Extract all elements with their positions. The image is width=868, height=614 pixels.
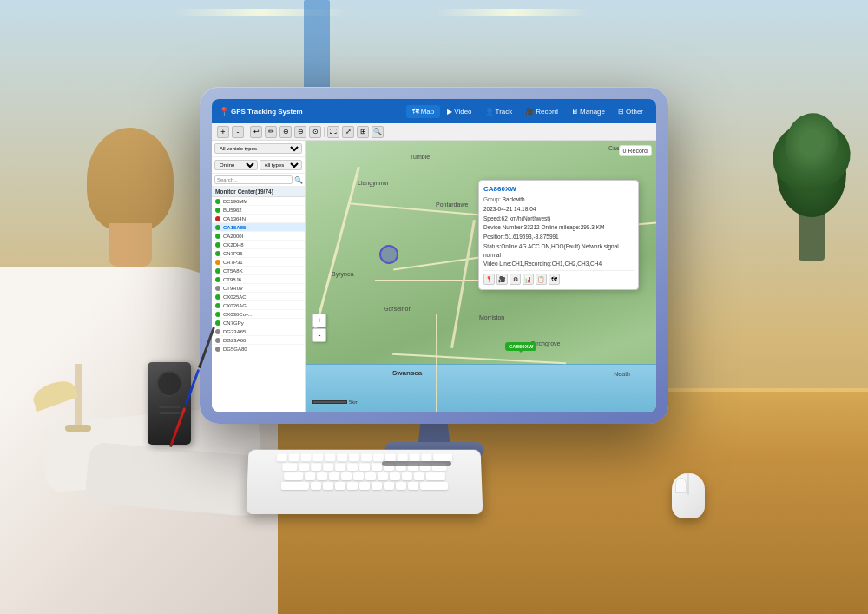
tab-video[interactable]: ▶ Video: [441, 105, 477, 118]
label-neath: Neath: [614, 371, 630, 377]
key: [361, 454, 372, 462]
key: [300, 454, 311, 462]
list-item[interactable]: CT98J6: [212, 275, 305, 284]
popup-action-5[interactable]: 📋: [536, 274, 547, 285]
key: [365, 472, 376, 480]
search-map-btn[interactable]: 🔍: [372, 126, 384, 138]
status-dot-green: [215, 277, 220, 282]
tab-track[interactable]: 👤 Track: [479, 105, 519, 118]
key-caps: [284, 472, 303, 480]
status-dot-green: [215, 303, 220, 308]
list-item[interactable]: DG5GA80: [212, 345, 305, 353]
key: [325, 454, 335, 462]
list-item[interactable]: DG23A66: [212, 336, 305, 345]
remove-btn[interactable]: ⊖: [294, 126, 306, 138]
map-icon: 🗺: [412, 108, 419, 116]
list-item[interactable]: CX036Cov...: [212, 310, 305, 319]
list-item[interactable]: BC196MM: [212, 197, 305, 206]
key: [372, 463, 382, 471]
tab-other[interactable]: ⊞ Other: [612, 105, 649, 118]
vehicle-type-filter[interactable]: All vehicle types: [214, 143, 302, 154]
key: [277, 454, 287, 462]
list-item[interactable]: CN7GPy: [212, 319, 305, 327]
status-dot-green: [215, 208, 220, 213]
tab-manage[interactable]: 🖥 Manage: [565, 105, 611, 118]
list-item[interactable]: CT5A8K: [212, 267, 305, 275]
list-item-selected[interactable]: CA15A85: [212, 223, 305, 232]
key: [312, 454, 323, 462]
add-btn[interactable]: ⊕: [279, 126, 292, 138]
grid-btn[interactable]: ⛶: [327, 126, 339, 138]
undo-btn[interactable]: ↩: [250, 126, 262, 138]
popup-action-2[interactable]: 🎥: [496, 274, 508, 285]
key: [402, 472, 412, 480]
list-item[interactable]: CN7P35: [212, 249, 305, 258]
list-item[interactable]: CK2DH8: [212, 241, 305, 249]
label-pontardawe: Pontardawe: [436, 201, 468, 208]
status-dot-green: [215, 225, 220, 230]
list-item[interactable]: CX026AG: [212, 301, 305, 310]
key: [396, 482, 406, 490]
list-item[interactable]: CX025AC: [212, 293, 305, 301]
status-dot-green: [215, 294, 220, 300]
key: [347, 463, 358, 471]
key: [359, 482, 370, 490]
popup-position: Position:51.619693,-3.875991: [483, 233, 634, 241]
tab-map[interactable]: 🗺 Map: [406, 105, 441, 118]
sub-toolbar: + - ↩ ✏ ⊕ ⊖ ⊙ ⛶ ⤢ ⊞ 🔍: [212, 123, 656, 141]
list-item[interactable]: CA1364N: [212, 215, 305, 223]
popup-group: Group: Backwith: [483, 195, 634, 204]
key-tab: [282, 463, 297, 471]
app-logo: 📍 GPS Tracking System: [219, 107, 303, 116]
search-row: 🔍: [212, 174, 305, 187]
key: [390, 472, 400, 480]
popup-device: Device Number:33212 Online mileage:299.3…: [483, 223, 634, 232]
label-morriston: Morriston: [479, 314, 504, 320]
circle-btn[interactable]: ⊙: [309, 126, 321, 138]
expand-btn[interactable]: ⤢: [342, 126, 354, 138]
list-item[interactable]: CA2000I: [212, 232, 305, 241]
popup-action-1[interactable]: 📍: [483, 274, 495, 285]
track-icon: 👤: [485, 108, 494, 116]
map-zoom-in[interactable]: +: [312, 314, 326, 327]
zoom-out-btn[interactable]: -: [232, 126, 244, 138]
search-icon[interactable]: 🔍: [294, 176, 303, 184]
key-row-3: [252, 472, 477, 480]
map-area[interactable]: Tumble Llangynnwr Pontardawe Byrynea Gor…: [306, 141, 656, 412]
list-item[interactable]: CR7P31: [212, 258, 305, 267]
zoom-in-btn[interactable]: +: [217, 126, 229, 138]
popup-time: 2023-04-21 14:18:04: [483, 205, 634, 214]
status-dot-red: [215, 216, 220, 221]
type-filter[interactable]: All types: [260, 160, 303, 170]
popup-action-6[interactable]: 🗺: [549, 274, 560, 285]
key: [372, 482, 382, 490]
key-row-4: [252, 482, 478, 490]
keyboard[interactable]: [247, 450, 483, 514]
popup-action-4[interactable]: 📊: [523, 274, 534, 285]
cable: [382, 461, 451, 466]
main-content: All vehicle types Online All types 🔍: [212, 141, 656, 412]
vehicle-list[interactable]: BC196MM BU5962 CA1364N CA15A85: [212, 197, 305, 412]
draw-btn[interactable]: ✏: [265, 126, 277, 138]
plant-right: [773, 69, 851, 261]
vehicle-map-marker[interactable]: CA860XW: [505, 342, 536, 351]
popup-actions: 📍 🎥 ⚙ 📊 📋 🗺: [483, 270, 634, 285]
label-swansea: Swansea: [392, 369, 422, 377]
separator-2: [324, 127, 325, 137]
map-zoom-out[interactable]: -: [312, 328, 326, 342]
status-filter[interactable]: Online: [214, 160, 258, 170]
vehicle-search-input[interactable]: [214, 175, 293, 184]
key: [317, 472, 327, 480]
list-item[interactable]: CT9R0V: [212, 284, 305, 293]
list-item[interactable]: BU5962: [212, 206, 305, 215]
popup-action-3[interactable]: ⚙: [510, 274, 521, 285]
tab-record[interactable]: 🎥 Record: [519, 105, 564, 118]
label-byrynea: Byrynea: [332, 271, 354, 277]
mouse[interactable]: [672, 473, 705, 518]
other-icon: ⊞: [618, 108, 624, 116]
list-item[interactable]: DG23A65: [212, 327, 305, 336]
layout-btn[interactable]: ⊞: [357, 126, 369, 138]
key: [337, 454, 347, 462]
label-llangynnwr: Llangynnwr: [358, 180, 389, 186]
info-popup: CA860XW Group: Backwith 2023-04-21 14:18…: [478, 180, 639, 290]
